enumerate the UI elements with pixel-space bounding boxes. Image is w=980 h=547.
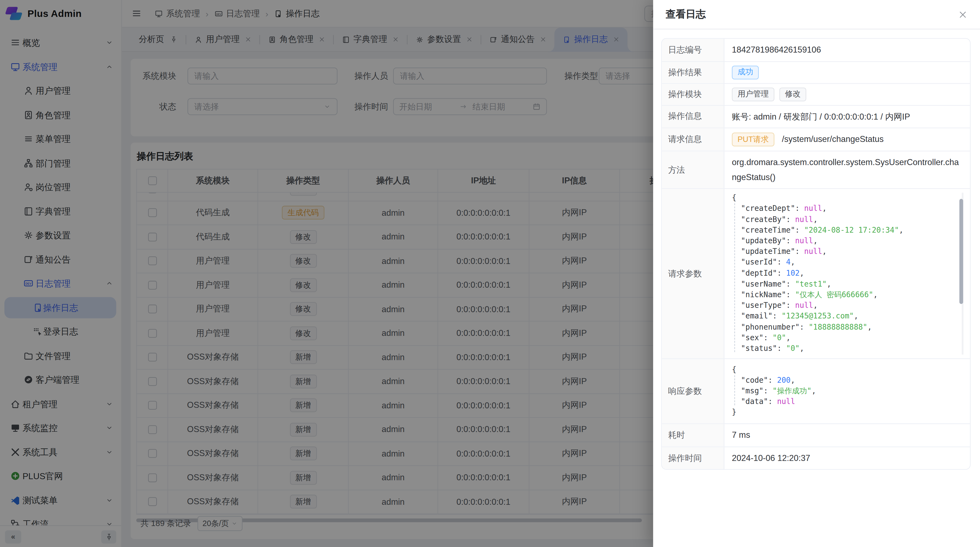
indent-guide <box>735 203 735 352</box>
close-icon <box>958 10 967 19</box>
drawer-title: 查看日志 <box>666 8 706 21</box>
json-token: null <box>777 397 795 406</box>
json-token: : <box>773 312 781 321</box>
json-token: : <box>786 301 795 310</box>
json-line: "nickName": "仅本人 密码666666", <box>732 290 964 300</box>
detail-label: 请求信息 <box>662 128 724 151</box>
json-token: "updateBy" <box>741 236 786 245</box>
json-token: , <box>822 247 827 256</box>
detail-value: PUT请求/system/user/changeStatus <box>724 128 970 151</box>
detail-tag: 成功 <box>732 65 759 79</box>
close-icon[interactable] <box>958 10 967 19</box>
json-token: : <box>768 397 777 406</box>
json-token: : <box>764 386 773 395</box>
request-url: /system/user/changeStatus <box>782 132 884 147</box>
detail-value: 2024-10-06 12:20:37 <box>724 447 970 469</box>
json-token: 200 <box>777 376 791 384</box>
json-token <box>732 312 741 321</box>
log-detail-table: 日志编号1842781986426159106操作结果成功操作模块用户管理修改操… <box>661 38 970 470</box>
request-method-tag: PUT请求 <box>732 133 775 147</box>
detail-label: 耗时 <box>662 424 724 447</box>
detail-row-请求参数: 请求参数{ "createDept": null, "createBy": nu… <box>662 189 970 359</box>
json-token: , <box>867 322 872 331</box>
json-token: "操作成功" <box>773 386 811 395</box>
detail-label: 操作信息 <box>662 105 724 128</box>
json-line: "deptId": 102, <box>732 268 964 279</box>
detail-row-操作时间: 操作时间2024-10-06 12:20:37 <box>662 447 970 469</box>
json-token: : <box>786 279 795 288</box>
json-token: , <box>813 236 818 245</box>
json-token <box>732 301 741 310</box>
json-token: "createDept" <box>741 204 795 213</box>
json-token: : <box>764 333 773 342</box>
drawer-header: 查看日志 <box>653 0 980 29</box>
json-line: "createTime": "2024-08-12 17:20:34", <box>732 225 964 236</box>
json-token: "msg" <box>741 386 764 395</box>
json-token: "12345@1253.com" <box>781 312 854 321</box>
json-token <box>732 258 741 267</box>
json-token: { <box>732 365 737 374</box>
json-token: null <box>804 247 822 256</box>
detail-value: 成功 <box>724 62 970 83</box>
json-token <box>732 215 741 224</box>
json-line: "phonenumber": "18888888888", <box>732 322 964 332</box>
json-token: : <box>777 269 786 277</box>
detail-label: 操作模块 <box>662 84 724 105</box>
json-token: "2024-08-12 17:20:34" <box>804 226 899 234</box>
app-root: Plus Admin 概览系统管理用户管理角色管理菜单管理部门管理岗位管理字典管… <box>0 0 980 547</box>
json-token <box>732 322 741 331</box>
json-token: "0" <box>786 344 800 353</box>
detail-label: 方法 <box>662 151 724 188</box>
json-token <box>732 236 741 245</box>
json-token: "sex" <box>741 333 764 342</box>
vertical-scrollbar-thumb[interactable] <box>959 199 963 304</box>
detail-row-请求信息: 请求信息PUT请求/system/user/changeStatus <box>662 128 970 151</box>
json-token <box>732 290 741 299</box>
json-code-block: { "code": 200, "msg": "操作成功", "data": nu… <box>732 365 964 418</box>
json-token: "phonenumber" <box>741 322 800 331</box>
json-token <box>732 279 741 288</box>
json-token: "createTime" <box>741 226 795 234</box>
view-log-drawer: 查看日志 日志编号1842781986426159106操作结果成功操作模块用户… <box>653 0 980 547</box>
json-token <box>732 376 741 384</box>
json-token <box>732 247 741 256</box>
json-token: null <box>804 204 822 213</box>
json-token: : <box>786 215 795 224</box>
detail-row-响应参数: 响应参数{ "code": 200, "msg": "操作成功", "data"… <box>662 359 970 424</box>
indent-guide <box>735 375 735 406</box>
json-token: , <box>873 290 878 299</box>
detail-row-方法: 方法org.dromara.system.controller.system.S… <box>662 151 970 189</box>
json-line: "userId": 4, <box>732 257 964 268</box>
json-line: "userName": "test1", <box>732 279 964 289</box>
detail-label: 操作时间 <box>662 447 724 469</box>
json-token: null <box>795 236 813 245</box>
detail-value: { "createDept": null, "createBy": null, … <box>724 189 970 359</box>
json-line: "status": "0", <box>732 343 964 354</box>
json-line: "code": 200, <box>732 375 964 386</box>
detail-row-操作模块: 操作模块用户管理修改 <box>662 84 970 105</box>
json-code: { "createDept": null, "createBy": null, … <box>732 193 964 354</box>
detail-label: 操作结果 <box>662 62 724 83</box>
json-line: { <box>732 193 964 203</box>
json-token: 102 <box>786 269 800 277</box>
detail-label: 日志编号 <box>662 39 724 61</box>
json-token: { <box>732 193 737 202</box>
json-token: "status" <box>741 344 777 353</box>
json-token <box>732 344 741 353</box>
json-token: , <box>800 344 804 353</box>
json-token: , <box>899 226 904 234</box>
json-token: : <box>786 236 795 245</box>
json-line: "userType": null, <box>732 300 964 311</box>
json-line: "updateTime": null, <box>732 247 964 257</box>
json-line: "createBy": null, <box>732 214 964 225</box>
detail-tag: 用户管理 <box>732 88 775 101</box>
json-line: "msg": "操作成功", <box>732 386 964 397</box>
detail-value: 7 ms <box>724 424 970 447</box>
json-token <box>732 386 741 395</box>
json-line: "updateBy": null, <box>732 236 964 246</box>
json-token: : <box>786 290 795 299</box>
json-token: , <box>811 386 816 395</box>
json-token: "createBy" <box>741 215 786 224</box>
detail-row-操作信息: 操作信息账号: admin / 研发部门 / 0:0:0:0:0:0:0:1 /… <box>662 105 970 128</box>
json-token: , <box>800 269 804 277</box>
